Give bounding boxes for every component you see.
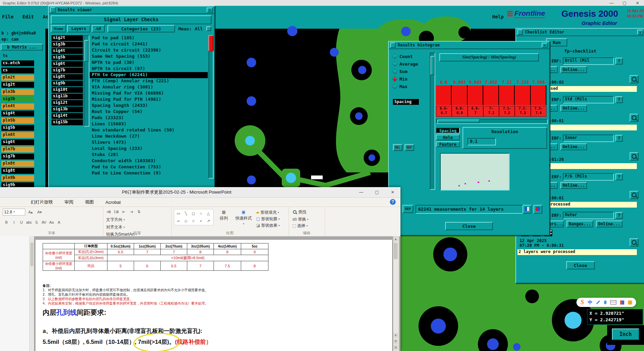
tab-review[interactable]: 审阅 bbox=[64, 199, 73, 205]
viewer-layer-row[interactable]: sig11b bbox=[52, 94, 83, 99]
ime-skin-icon[interactable] bbox=[620, 300, 624, 305]
online-button[interactable]: Online... bbox=[596, 221, 623, 227]
erf-value-field[interactable]: P/G (Mils bbox=[563, 173, 614, 181]
previous-slide-button[interactable]: ⇈ bbox=[393, 339, 398, 344]
category-row[interactable]: Slivers (473) bbox=[90, 140, 208, 146]
category-row[interactable]: PTH (Comp) Annular ring (221) bbox=[90, 78, 208, 84]
filter-layers-button[interactable]: Layers bbox=[67, 25, 90, 32]
category-row[interactable]: Conductor width (103303) bbox=[90, 158, 208, 164]
histogram-close-button[interactable]: Close bbox=[445, 222, 493, 230]
bin-bar[interactable] bbox=[515, 85, 530, 105]
category-row[interactable]: Pad to circuit (2441) bbox=[90, 41, 208, 47]
viewer-layer-row[interactable]: sig3b bbox=[52, 42, 83, 47]
paragraph-icon-button[interactable]: •≣ bbox=[105, 208, 112, 215]
shape-gallery-icon[interactable]: ▱ bbox=[175, 217, 182, 224]
window-menu-icon[interactable] bbox=[390, 42, 396, 48]
ime-toolbox-icon[interactable] bbox=[628, 300, 632, 305]
help-button[interactable]: ? bbox=[615, 212, 623, 219]
category-row[interactable]: Pad to pad (185) bbox=[90, 35, 208, 41]
shape-gallery-icon[interactable]: ○ bbox=[197, 210, 204, 217]
font-style-button[interactable]: U bbox=[18, 219, 25, 226]
quick-styles-button[interactable]: ▣ 快速样式▾ bbox=[233, 210, 254, 227]
window-menu-icon[interactable] bbox=[517, 29, 523, 35]
category-row[interactable]: VIA Annular ring (3081) bbox=[90, 84, 208, 90]
meas-value[interactable]: All bbox=[195, 26, 203, 31]
category-row[interactable]: Same Net Spacing (553) bbox=[90, 54, 208, 60]
help-button[interactable]: ? bbox=[615, 58, 623, 65]
microphone-icon[interactable] bbox=[604, 300, 606, 304]
viewer-layer-row[interactable]: sig9b bbox=[52, 81, 83, 86]
viewer-layer-row[interactable]: sig15b bbox=[52, 120, 83, 125]
paragraph-icon-button[interactable]: ⇅ bbox=[135, 208, 142, 215]
window-menu-icon[interactable] bbox=[50, 7, 56, 13]
zoom-results-button[interactable] bbox=[630, 238, 639, 247]
font-style-button[interactable]: B bbox=[3, 219, 10, 226]
checklist-titlebar[interactable]: Checklist Editor ✕ bbox=[516, 29, 644, 36]
ppt-maximize-button[interactable]: ▢ bbox=[369, 187, 385, 197]
chart-hscrollbar[interactable] bbox=[436, 119, 548, 124]
viewer-layer-row[interactable]: sig8t bbox=[52, 74, 83, 80]
measure-mode-button[interactable]: Feature bbox=[436, 141, 460, 147]
stat-radio[interactable]: Average bbox=[393, 60, 428, 68]
font-style-button[interactable]: abc bbox=[26, 219, 32, 226]
font-size-combo[interactable]: 12.8▾ bbox=[3, 209, 25, 215]
meas-dropdown-icon[interactable] bbox=[206, 26, 211, 31]
results-viewer-titlebar[interactable]: Results viewer ✕ bbox=[49, 6, 214, 14]
highlight-map-icon-button[interactable] bbox=[533, 205, 542, 214]
bin-bar[interactable] bbox=[531, 85, 546, 105]
replace-button[interactable]: ab替换▾ bbox=[291, 216, 309, 222]
paragraph-icon-button[interactable]: 1≣ bbox=[113, 208, 120, 215]
erf-value-field[interactable]: Outer bbox=[563, 212, 614, 219]
online-button[interactable]: Online... bbox=[560, 182, 587, 189]
align-text-button[interactable]: 对齐文本▾ bbox=[105, 224, 126, 230]
font-style-button[interactable]: S bbox=[33, 219, 40, 226]
category-row[interactable]: Pad to Cu Connection (753) bbox=[90, 164, 208, 170]
results-preview-map[interactable] bbox=[440, 153, 510, 191]
tab-view[interactable]: 视图 bbox=[85, 199, 94, 205]
font-style-button[interactable]: AV bbox=[41, 219, 47, 226]
axis-mode-label[interactable]: Spacing bbox=[393, 99, 419, 105]
keyboard-icon[interactable] bbox=[610, 300, 616, 305]
stat-scrollbar[interactable] bbox=[430, 53, 435, 190]
shape-fill-button[interactable]: ▰形状填充▾ bbox=[255, 209, 280, 215]
shape-gallery-icon[interactable]: ◻ bbox=[190, 210, 197, 217]
text-direction-button[interactable]: 文字方向▾ bbox=[105, 217, 126, 223]
viewer-layer-row[interactable]: sig2t bbox=[52, 35, 83, 41]
histogram-titlebar[interactable]: Results histogram ✕ bbox=[389, 42, 549, 49]
zoom-results-button[interactable] bbox=[630, 152, 639, 160]
online-button[interactable]: Online... bbox=[560, 143, 587, 150]
ppt-close-button[interactable]: ✕ bbox=[385, 187, 400, 197]
shape-gallery-icon[interactable]: ╲ bbox=[182, 210, 189, 217]
tab-acrobat[interactable]: Acrobat bbox=[105, 200, 121, 205]
viewer-layer-row[interactable]: sig5b bbox=[52, 55, 83, 60]
online-button[interactable]: Online... bbox=[560, 105, 587, 112]
font-style-button[interactable]: Aa bbox=[48, 219, 55, 226]
office-help-icon[interactable]: ? bbox=[390, 199, 396, 205]
slide-canvas[interactable]: 订单类型 0.5oz(18um)1oz(35um) 2oz(70um)3oz(1… bbox=[35, 240, 392, 351]
shape-gallery-icon[interactable]: △ bbox=[205, 210, 212, 217]
help-button[interactable]: ? bbox=[615, 96, 623, 103]
ime-language-icon[interactable]: 中 bbox=[588, 299, 592, 306]
category-row[interactable]: Pads (23323) bbox=[90, 115, 208, 121]
arrange-button[interactable]: ▦ 排列 bbox=[215, 210, 233, 227]
viewer-layer-row[interactable]: sig13b bbox=[52, 107, 83, 112]
close-icon[interactable]: ✕ bbox=[542, 43, 548, 48]
shape-outline-button[interactable]: ▢形状轮廓▾ bbox=[255, 216, 281, 222]
category-row[interactable]: Spacing length (2433) bbox=[90, 103, 208, 109]
bin-bar[interactable] bbox=[436, 85, 452, 105]
category-row[interactable]: Missing Pad for PTH (4961) bbox=[90, 97, 208, 103]
viewer-layer-scrollbar[interactable] bbox=[84, 35, 89, 127]
stat-radio[interactable]: Sum bbox=[393, 68, 428, 75]
help-button[interactable]: ? bbox=[615, 135, 623, 142]
bin-bar[interactable] bbox=[483, 85, 499, 105]
category-row[interactable]: Stubs (28) bbox=[90, 152, 208, 158]
select-button[interactable]: ⬚选择▾ bbox=[291, 223, 309, 229]
bin-bar[interactable] bbox=[499, 85, 515, 105]
erf-value-field[interactable]: Drill (Mil bbox=[563, 57, 614, 65]
del-button[interactable]: DEL bbox=[393, 144, 402, 151]
category-row[interactable]: NPTH to pad (30) bbox=[90, 60, 208, 66]
viewer-layer-row[interactable]: sig10t bbox=[52, 87, 83, 93]
stat-radio[interactable]: Max bbox=[393, 83, 428, 90]
viewer-layer-row[interactable]: sig6t bbox=[52, 61, 83, 67]
category-row[interactable]: Local Spacing (233) bbox=[90, 146, 208, 152]
